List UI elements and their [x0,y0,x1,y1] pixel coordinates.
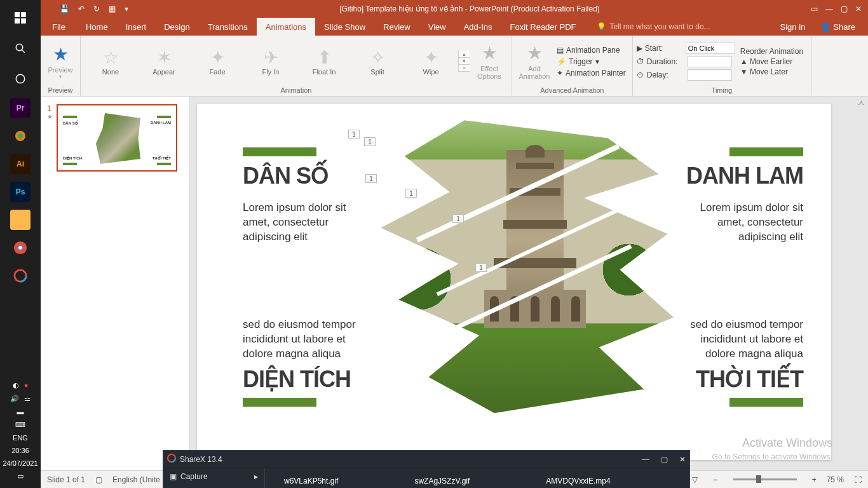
tab-review[interactable]: Review [374,18,419,36]
anim-floatin[interactable]: ⬆Float In [298,39,350,85]
maximize-icon[interactable]: ▢ [661,455,668,464]
sharex-icon[interactable] [10,266,31,286]
ribbon-options-icon[interactable]: ▭ [811,4,818,13]
slide-thumbnail[interactable]: DÂN SỐ DANH LAM DIỆN TÍCH THỜI TIẾT [57,104,177,172]
body-text[interactable]: Lorem ipsum dolor sit amet, consectetur … [689,201,803,245]
file-item[interactable]: w6VLaKP5ht.gif [284,477,338,485]
tab-foxit[interactable]: Foxit Reader PDF [501,18,585,36]
photoshop-icon[interactable]: Ps [10,182,31,202]
animation-tag[interactable]: 1 [365,174,377,183]
fit-to-window-icon[interactable]: ⛶ [854,475,862,484]
close-icon[interactable]: ✕ [679,455,686,464]
move-later-button[interactable]: ▼ Move Later [740,67,803,76]
start-button[interactable] [5,3,36,33]
signin-button[interactable]: Sign in [771,22,815,32]
add-animation-button[interactable]: ★ Add Animation [516,39,553,84]
wifi-icon[interactable]: ⚍ [24,395,31,403]
keyboard-icon[interactable]: ⌨ [15,421,25,429]
heading-thoitiet[interactable]: THỜI TIẾT [696,366,803,393]
start-input[interactable] [686,43,735,54]
animation-gallery[interactable]: ☆None ✶Appear ✦Fade ✈Fly In ⬆Float In ✧S… [85,39,457,85]
animation-tag[interactable]: 1 [452,214,464,223]
ribbon-group-animation: ☆None ✶Appear ✦Fade ✈Fly In ⬆Float In ✧S… [81,36,512,96]
slide-count[interactable]: Slide 1 of 1 [47,475,85,484]
svg-point-4 [16,44,23,51]
file-item[interactable]: AMVDQVxxlE.mp4 [546,477,610,485]
tab-view[interactable]: View [419,18,455,36]
tray-icon[interactable]: ◐ [13,381,19,390]
tab-addins[interactable]: Add-Ins [455,18,501,36]
notifications-icon[interactable]: ▭ [17,472,24,480]
tab-transitions[interactable]: Transitions [199,18,257,36]
minimize-icon[interactable]: — [642,455,649,464]
minimize-icon[interactable]: — [825,4,833,13]
language-label[interactable]: English (Unite [112,475,160,484]
collapse-ribbon-icon[interactable]: ㅅ [857,98,865,109]
start-from-beginning-icon[interactable]: ▦ [109,4,116,13]
tab-insert[interactable]: Insert [117,18,156,36]
sharex-window[interactable]: ShareX 13.4 — ▢ ✕ ▣Capture▸ w6VLaKP5ht.g… [163,450,690,488]
search-icon[interactable] [5,33,36,64]
duration-input[interactable] [688,56,732,67]
animation-tag[interactable]: 1 [475,263,487,272]
zoom-slider[interactable] [733,478,797,480]
tell-me-search[interactable]: 💡Tell me what you want to do... [597,22,710,31]
undo-icon[interactable]: ↶ [78,4,85,13]
heading-danso[interactable]: DÂN SỐ [243,163,328,189]
zoom-in-icon[interactable]: + [812,475,817,484]
effect-options-button[interactable]: ★ Effect Options [471,39,508,84]
anim-appear[interactable]: ✶Appear [138,39,190,85]
share-icon: 👤 [820,22,831,32]
anim-none[interactable]: ☆None [85,39,137,85]
cortana-icon[interactable] [5,64,36,94]
app-icon-1[interactable] [10,126,31,146]
zoom-level[interactable]: 75 % [827,475,844,484]
anim-wipe[interactable]: ✦Wipe [405,39,457,85]
animation-tag[interactable]: 1 [364,137,376,146]
animation-tag[interactable]: 1 [348,130,360,139]
gallery-scroll[interactable]: ▴▾≡ [458,51,470,72]
tab-animations[interactable]: Animations [257,18,315,36]
redo-icon[interactable]: ↻ [93,4,100,13]
animation-tag[interactable]: 1 [405,189,417,198]
tab-file[interactable]: File [41,18,77,36]
anim-flyin[interactable]: ✈Fly In [245,39,297,85]
chrome-icon[interactable] [10,238,31,258]
animation-painter-button[interactable]: ✦Animation Painter [554,68,628,78]
body-text[interactable]: Lorem ipsum dolor sit amet, consectetur … [243,201,357,245]
anim-split[interactable]: ✧Split [351,39,403,85]
trigger-button[interactable]: ⚡Trigger ▾ [554,57,628,67]
battery-icon[interactable]: ▬ [17,408,24,416]
zoom-out-icon[interactable]: − [714,475,718,484]
body-text[interactable]: sed do eiusmod tempor incididunt ut labo… [243,318,357,362]
heading-dientich[interactable]: DIỆN TÍCH [243,366,351,393]
clock-date[interactable]: 24/07/2021 [3,459,37,467]
heading-danhlam[interactable]: DANH LAM [686,163,803,189]
move-earlier-button[interactable]: ▲ Move Earlier [740,57,803,66]
tray-icon[interactable]: ● [24,381,29,390]
body-text[interactable]: sed do eiusmod tempor incididunt ut labo… [689,318,803,362]
center-image[interactable] [375,114,674,413]
close-icon[interactable]: ✕ [855,4,862,13]
maximize-icon[interactable]: ▢ [841,4,848,13]
spellcheck-icon[interactable]: ▢ [95,475,102,484]
tab-design[interactable]: Design [155,18,198,36]
delay-input[interactable] [688,69,732,81]
animation-pane-button[interactable]: ▤Animation Pane [554,45,628,55]
language-indicator[interactable]: ENG [13,434,28,442]
illustrator-icon[interactable]: Ai [10,154,31,174]
volume-icon[interactable]: 🔊 [10,395,19,403]
accent-bar [243,147,316,156]
tab-slideshow[interactable]: Slide Show [315,18,374,36]
slide-canvas[interactable]: DÂN SỐ Lorem ipsum dolor sit amet, conse… [197,104,831,460]
explorer-icon[interactable] [10,210,31,230]
save-icon[interactable]: 💾 [60,4,69,13]
anim-fade[interactable]: ✦Fade [191,39,243,85]
tab-home[interactable]: Home [77,18,117,36]
clock-time[interactable]: 20:36 [11,447,29,454]
file-item[interactable]: swZAgJSZzV.gif [414,477,470,485]
preview-button[interactable]: ★ Preview ▾ [44,39,76,84]
premiere-icon[interactable]: Pr [10,98,31,118]
capture-menu[interactable]: ▣Capture▸ [170,471,258,482]
share-button[interactable]: 👤Share [814,22,862,32]
